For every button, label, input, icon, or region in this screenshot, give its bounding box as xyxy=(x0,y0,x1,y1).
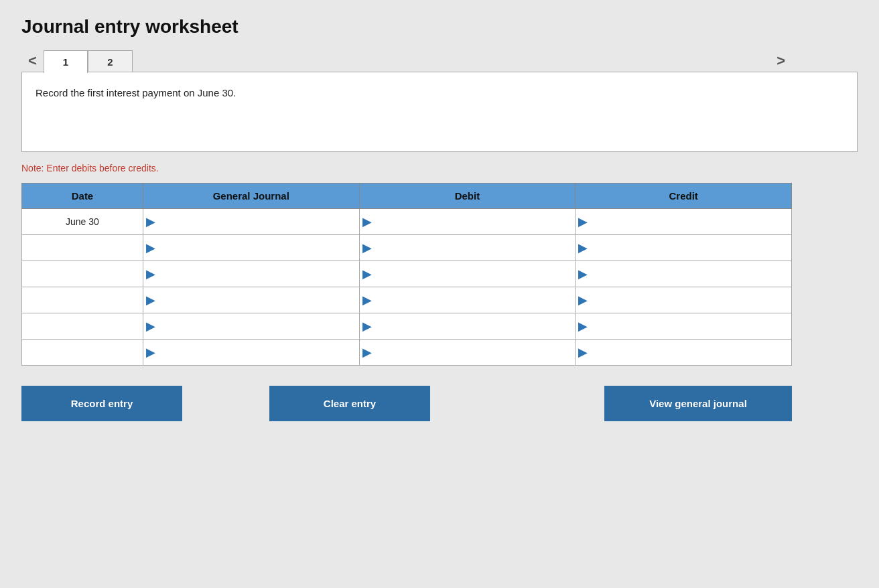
page-title: Journal entry worksheet xyxy=(21,16,858,38)
journal-cell-3[interactable]: ▶ xyxy=(143,287,359,313)
credit-arrow-4: ▶ xyxy=(576,319,590,334)
credit-input-5[interactable] xyxy=(590,340,791,365)
instruction-box: Record the first interest payment on Jun… xyxy=(21,72,858,152)
date-cell-4 xyxy=(22,313,143,340)
debit-arrow-2: ▶ xyxy=(360,267,375,281)
debit-arrow-1: ▶ xyxy=(360,240,375,255)
credit-input-2[interactable] xyxy=(590,261,791,287)
view-general-journal-button[interactable]: View general journal xyxy=(604,386,792,421)
credit-cell-2[interactable]: ▶ xyxy=(576,261,792,287)
debit-input-1[interactable] xyxy=(375,235,576,261)
debit-arrow-5: ▶ xyxy=(360,345,375,360)
note-text: Note: Enter debits before credits. xyxy=(21,163,858,173)
credit-arrow-1: ▶ xyxy=(576,240,590,255)
clear-entry-button[interactable]: Clear entry xyxy=(269,386,430,421)
debit-input-5[interactable] xyxy=(375,340,576,365)
debit-input-4[interactable] xyxy=(375,313,576,339)
journal-cell-0[interactable]: ▶ xyxy=(143,209,359,235)
instruction-text: Record the first interest payment on Jun… xyxy=(36,87,843,98)
prev-arrow[interactable]: < xyxy=(21,50,44,72)
credit-input-0[interactable] xyxy=(590,209,791,234)
credit-cell-4[interactable]: ▶ xyxy=(576,313,792,340)
record-entry-button[interactable]: Record entry xyxy=(21,386,182,421)
tabs-navigation: < 1 2 > xyxy=(21,50,792,72)
journal-input-1[interactable] xyxy=(158,235,359,261)
credit-cell-3[interactable]: ▶ xyxy=(576,287,792,313)
table-row: ▶▶▶ xyxy=(22,261,792,287)
next-arrow[interactable]: > xyxy=(770,50,792,72)
table-row: ▶▶▶ xyxy=(22,235,792,261)
date-cell-2 xyxy=(22,261,143,287)
credit-arrow-5: ▶ xyxy=(576,345,590,360)
table-row: ▶▶▶ xyxy=(22,287,792,313)
debit-cell-4[interactable]: ▶ xyxy=(359,313,576,340)
debit-cell-2[interactable]: ▶ xyxy=(359,261,576,287)
journal-input-0[interactable] xyxy=(158,209,359,234)
date-cell-1 xyxy=(22,235,143,261)
credit-arrow-0: ▶ xyxy=(576,214,590,229)
debit-arrow-3: ▶ xyxy=(360,293,375,307)
credit-cell-1[interactable]: ▶ xyxy=(576,235,792,261)
debit-cell-3[interactable]: ▶ xyxy=(359,287,576,313)
debit-arrow-0: ▶ xyxy=(360,214,375,229)
col-header-journal: General Journal xyxy=(143,183,359,209)
table-row: June 30▶▶▶ xyxy=(22,209,792,235)
col-header-date: Date xyxy=(22,183,143,209)
credit-cell-0[interactable]: ▶ xyxy=(576,209,792,235)
journal-input-2[interactable] xyxy=(158,261,359,287)
tab-2[interactable]: 2 xyxy=(88,50,132,73)
journal-cell-1[interactable]: ▶ xyxy=(143,235,359,261)
journal-arrow-1: ▶ xyxy=(143,240,158,255)
tab-1[interactable]: 1 xyxy=(44,50,88,73)
credit-cell-5[interactable]: ▶ xyxy=(576,340,792,366)
col-header-credit: Credit xyxy=(576,183,792,209)
date-cell-3 xyxy=(22,287,143,313)
debit-cell-1[interactable]: ▶ xyxy=(359,235,576,261)
col-header-debit: Debit xyxy=(359,183,576,209)
journal-arrow-2: ▶ xyxy=(143,267,158,281)
buttons-row: Record entry Clear entry View general jo… xyxy=(21,386,792,421)
journal-arrow-5: ▶ xyxy=(143,345,158,360)
credit-input-4[interactable] xyxy=(590,313,791,339)
journal-arrow-3: ▶ xyxy=(143,293,158,307)
table-row: ▶▶▶ xyxy=(22,340,792,366)
journal-cell-4[interactable]: ▶ xyxy=(143,313,359,340)
debit-arrow-4: ▶ xyxy=(360,319,375,334)
credit-arrow-3: ▶ xyxy=(576,293,590,307)
date-cell-0: June 30 xyxy=(22,209,143,235)
journal-cell-5[interactable]: ▶ xyxy=(143,340,359,366)
credit-arrow-2: ▶ xyxy=(576,267,590,281)
date-cell-5 xyxy=(22,340,143,366)
debit-cell-0[interactable]: ▶ xyxy=(359,209,576,235)
credit-input-3[interactable] xyxy=(590,287,791,313)
journal-arrow-4: ▶ xyxy=(143,319,158,334)
journal-input-4[interactable] xyxy=(158,313,359,339)
journal-table: Date General Journal Debit Credit June 3… xyxy=(21,183,792,366)
table-row: ▶▶▶ xyxy=(22,313,792,340)
debit-input-3[interactable] xyxy=(375,287,576,313)
journal-input-3[interactable] xyxy=(158,287,359,313)
journal-cell-2[interactable]: ▶ xyxy=(143,261,359,287)
credit-input-1[interactable] xyxy=(590,235,791,261)
debit-cell-5[interactable]: ▶ xyxy=(359,340,576,366)
journal-arrow-0: ▶ xyxy=(143,214,158,229)
journal-input-5[interactable] xyxy=(158,340,359,365)
debit-input-2[interactable] xyxy=(375,261,576,287)
debit-input-0[interactable] xyxy=(375,209,576,234)
